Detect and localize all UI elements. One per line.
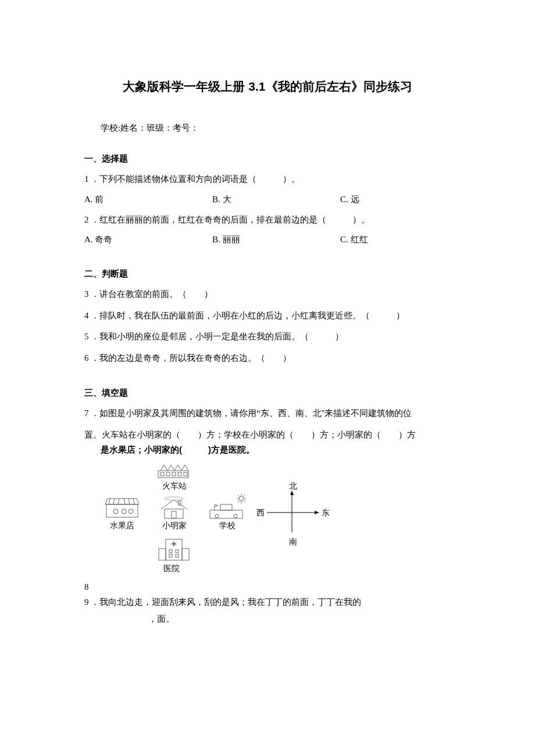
question-7-line2: 置。火车站在小明家的（ ）方；学校在小明家的（ ）方；小明家的（ ）方	[84, 428, 451, 442]
q2-option-a: A. 奇奇	[84, 234, 212, 245]
fruit-shop-icon	[104, 496, 140, 522]
question-2-options: A. 奇奇 B. 丽丽 C. 红红	[84, 234, 451, 245]
question-1-text: 1 ．下列不能描述物体位置和方向的词语是（ ）。	[84, 173, 451, 186]
school-label: 学校	[219, 521, 236, 531]
q1-option-a: A. 前	[84, 194, 212, 205]
q1-option-b: B. 大	[212, 194, 340, 205]
svg-line-27	[238, 501, 239, 502]
question-3: 3 ．讲台在教室的前面。（ ）	[84, 288, 451, 301]
svg-point-32	[215, 514, 219, 518]
svg-line-12	[133, 499, 134, 504]
home-label: 小明家	[162, 521, 187, 531]
school-icon	[209, 493, 249, 523]
svg-rect-1	[160, 472, 164, 476]
question-4: 4 ．排队时，我在队伍的最前面，小明在小红的后边，小红离我更近些。（ ）	[84, 309, 451, 323]
question-7-line1: 7 ．如图是小明家及其周围的建筑物，请你用“东、西、南、北''来描述不同建筑物的…	[84, 407, 451, 420]
svg-rect-17	[172, 511, 176, 518]
compass-north-label: 北	[289, 481, 297, 492]
svg-point-15	[129, 509, 133, 514]
question-2-text: 2 ．红红在丽丽的前面，红红在奇奇的后面，排在最前边的是（ ）。	[84, 213, 451, 227]
svg-point-14	[122, 509, 126, 514]
svg-rect-41	[169, 554, 172, 557]
train-station-label: 火车站	[162, 481, 187, 492]
svg-point-13	[113, 509, 118, 514]
question-9-line2: ，面。	[148, 612, 451, 626]
question-7-line3: 是水果店；小明家的( )方是医院。	[101, 445, 451, 456]
question-6: 6 ．我的左边是奇奇，所以我在奇奇的右边。（ ）	[84, 352, 451, 365]
svg-line-8	[113, 499, 115, 504]
svg-line-7	[109, 499, 110, 504]
svg-rect-3	[172, 472, 176, 476]
svg-line-28	[244, 495, 245, 496]
hospital-icon	[156, 537, 191, 565]
svg-rect-40	[176, 550, 179, 553]
svg-rect-29	[210, 510, 242, 518]
svg-rect-16	[165, 509, 183, 518]
section-2-heading: 二、判断题	[84, 268, 451, 280]
svg-line-25	[238, 495, 239, 496]
fruit-shop-label: 水果店	[110, 521, 134, 531]
svg-rect-30	[220, 504, 232, 510]
svg-line-11	[129, 499, 130, 504]
q2-option-b: B. 丽丽	[212, 234, 340, 245]
svg-line-26	[244, 501, 245, 502]
section-3-heading: 三、填空题	[84, 388, 451, 399]
home-icon	[158, 496, 190, 523]
page-title: 大象版科学一年级上册 3.1《我的前后左右》同步练习	[84, 78, 451, 95]
compass-icon	[260, 487, 324, 540]
svg-point-20	[239, 496, 244, 501]
svg-point-33	[234, 514, 237, 518]
student-info-line: 学校:姓名：班级：考号：	[101, 123, 451, 134]
section-1-heading: 一、选择题	[84, 153, 451, 164]
compass-east-label: 东	[322, 508, 330, 518]
hospital-label: 医院	[163, 564, 180, 574]
svg-rect-4	[178, 472, 181, 476]
svg-line-10	[124, 499, 125, 504]
svg-rect-35	[159, 549, 166, 560]
svg-line-9	[118, 499, 119, 504]
question-7-figure: 火车站 水果店	[101, 460, 451, 586]
q2-option-c: C. 红红	[340, 234, 433, 245]
compass-south-label: 南	[289, 537, 297, 547]
train-station-icon	[156, 460, 191, 482]
svg-marker-46	[315, 511, 319, 514]
svg-rect-5	[184, 472, 187, 476]
svg-rect-42	[176, 554, 179, 557]
q1-option-c: C. 远	[340, 194, 433, 205]
question-1-options: A. 前 B. 大 C. 远	[84, 194, 451, 205]
question-5: 5 ．我和小明的座位是邻居，小明一定是坐在我的后面。（ ）	[84, 330, 451, 343]
question-9-line1: 9 ．我向北边走，迎面刮来风，刮的是风；我在丁丁的前面，丁丁在我的	[84, 596, 451, 609]
svg-rect-2	[166, 472, 170, 476]
svg-rect-36	[182, 549, 189, 560]
worksheet-page: 大象版科学一年级上册 3.1《我的前后左右》同步练习 学校:姓名：班级：考号： …	[0, 0, 535, 756]
svg-rect-39	[169, 550, 172, 553]
compass-west-label: 西	[256, 508, 265, 518]
